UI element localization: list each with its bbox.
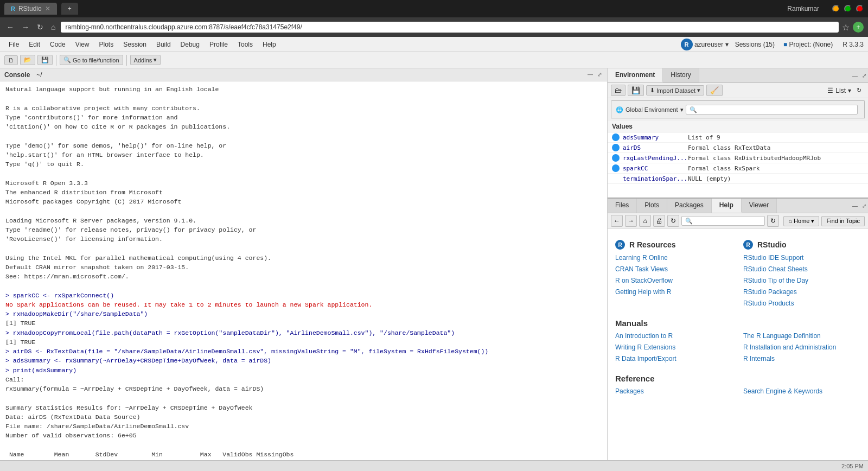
console-output-obs: Number of valid observations: 6e+05 [5,431,602,440]
console-line-17: 'RevoLicense()' for licensing informatio… [5,234,602,244]
console-line-13: Microsoft packages Copyright (C) 2017 Mi… [5,197,602,206]
link-learning-r-online[interactable]: Learning R Online [615,254,732,262]
user-menu-chevron[interactable]: ▾ [725,41,729,48]
help-panel-maximize[interactable]: ⤢ [860,202,868,209]
menu-bar-right: R azureuser ▾ Sessions (15) ■ Project: (… [681,39,864,50]
help-search-refresh-button[interactable]: ↻ [767,215,779,227]
link-r-installation[interactable]: R Installation and Administration [743,343,860,351]
env-search-input[interactable] [686,105,858,114]
menu-item-view[interactable]: View [71,39,94,50]
link-rstudio-products[interactable]: RStudio Products [743,300,860,307]
tab-files[interactable]: Files [608,199,637,213]
minimize-button[interactable] [832,5,840,12]
env-global-dropdown[interactable]: 🌐 Global Environment ▾ [611,100,865,119]
menu-item-debug[interactable]: Debug [176,39,204,50]
link-search-engine-keywords[interactable]: Search Engine & Keywords [743,387,860,395]
find-in-topic-button[interactable]: Find in Topic [821,216,865,226]
tab-packages[interactable]: Packages [667,199,712,213]
link-r-stackoverflow[interactable]: R on StackOverflow [615,277,732,284]
help-refresh-button[interactable]: ↻ [667,215,679,227]
env-row-adssummary[interactable]: adsSummary List of 9 [608,132,868,143]
help-forward-button[interactable]: → [625,215,637,227]
link-getting-help-r[interactable]: Getting Help with R [615,288,732,296]
env-panel-maximize[interactable]: ⤢ [860,72,868,79]
console-content[interactable]: Natural language support but running in … [0,81,607,460]
new-file-button[interactable]: 🗋 [4,55,18,65]
link-rstudio-ide-support[interactable]: RStudio IDE Support [743,254,860,262]
console-line-7: Type 'demo()' for some demos, 'help()' f… [5,141,602,150]
console-minimize-icon[interactable]: — [586,71,594,79]
menu-item-edit[interactable]: Edit [24,39,44,50]
list-chevron-icon[interactable]: ▾ [848,87,851,94]
env-row-airds[interactable]: airDS Formal class RxTextData [608,143,868,153]
go-to-file-button[interactable]: 🔍 Go to file/function [60,55,123,65]
menu-item-code[interactable]: Code [46,39,70,50]
env-load-button[interactable]: 🗁 [611,85,626,96]
menu-item-session[interactable]: Session [119,39,151,50]
link-cran-task-views[interactable]: CRAN Task Views [615,265,732,273]
bookmark-star-icon[interactable]: ☆ [842,22,850,33]
env-row-sparkcc[interactable]: sparkCC Formal class RxSpark [608,163,868,174]
browser-tab-new[interactable]: + [61,3,78,15]
global-env-chevron: ▾ [680,106,684,113]
tab-viewer[interactable]: Viewer [742,199,777,213]
help-back-button[interactable]: ← [611,215,623,227]
link-r-data-import[interactable]: R Data Import/Export [615,355,732,362]
menu-item-tools[interactable]: Tools [233,39,257,50]
menu-item-help[interactable]: Help [258,39,280,50]
help-search-input[interactable] [681,216,765,226]
sessions-label[interactable]: Sessions (15) [735,41,775,48]
link-rstudio-tip-of-day[interactable]: RStudio Tip of the Day [743,277,860,284]
address-input[interactable] [61,22,839,33]
link-intro-r[interactable]: An Introduction to R [615,332,732,340]
addins-button[interactable]: Addins ▾ [130,55,161,65]
link-r-language-definition[interactable]: The R Language Definition [743,332,860,340]
link-packages[interactable]: Packages [615,387,732,395]
save-button[interactable]: 💾 [37,55,53,65]
maximize-button[interactable] [844,5,852,12]
tab-environment[interactable]: Environment [608,68,663,82]
tab-help[interactable]: Help [712,199,742,213]
env-panel-minimize[interactable]: — [851,72,859,79]
env-row-termination[interactable]: terminationSpar... NULL (empty) [608,174,868,184]
console-line-6 [5,131,602,141]
link-rstudio-cheat-sheets[interactable]: RStudio Cheat Sheets [743,265,860,273]
help-home-nav-button[interactable]: ⌂ [639,215,651,227]
import-dataset-icon: ⬇ [650,87,655,94]
menu-item-file[interactable]: File [4,39,23,50]
help-print-button[interactable]: 🖨 [653,215,665,227]
tab-history[interactable]: History [663,68,699,82]
env-save-button[interactable]: 💾 [628,85,644,96]
browser-tab-rstudio[interactable]: R RStudio ✕ [4,3,57,15]
forward-button[interactable]: → [20,22,31,33]
env-clear-button[interactable]: 🧹 [706,85,723,96]
reload-button[interactable]: ↻ [35,22,46,33]
env-value-rxg: Formal class RxDistributedHadoopMRJob [688,155,821,162]
link-rstudio-packages[interactable]: RStudio Packages [743,288,860,296]
rstudio-favicon: R [11,5,15,12]
env-row-rxg[interactable]: rxgLastPendingJ... Formal class RxDistri… [608,153,868,163]
console-table-row1: ArrDelay 11.31794 40.688536 -86.000000 1… [5,459,602,460]
import-dataset-chevron: ▾ [697,87,700,94]
help-panel-minimize[interactable]: — [851,202,859,209]
console-output-3: [1] TRUE [5,338,602,347]
menu-item-build[interactable]: Build [152,39,175,50]
open-file-button[interactable]: 📂 [20,55,35,65]
tab-close-btn[interactable]: ✕ [45,5,50,12]
console-line-22 [5,281,602,290]
env-refresh-button[interactable]: ↻ [853,86,865,95]
reference-left-column: Packages [615,387,732,399]
help-home-dropdown-button[interactable]: ⌂ Home ▾ [783,216,819,226]
magnifier-icon: 🔍 [63,56,71,63]
extension-button[interactable]: + [853,22,864,33]
link-writing-r-extensions[interactable]: Writing R Extensions [615,343,732,351]
home-button[interactable]: ⌂ [49,22,58,33]
menu-item-plots[interactable]: Plots [95,39,118,50]
window-close-button[interactable] [856,5,864,12]
menu-item-profile[interactable]: Profile [205,39,232,50]
env-import-dataset-button[interactable]: ⬇ List Import Dataset ▾ [646,85,704,96]
back-button[interactable]: ← [4,22,16,33]
tab-plots[interactable]: Plots [637,199,667,213]
link-r-internals[interactable]: R Internals [743,355,860,362]
console-maximize-icon[interactable]: ⤢ [596,71,603,79]
